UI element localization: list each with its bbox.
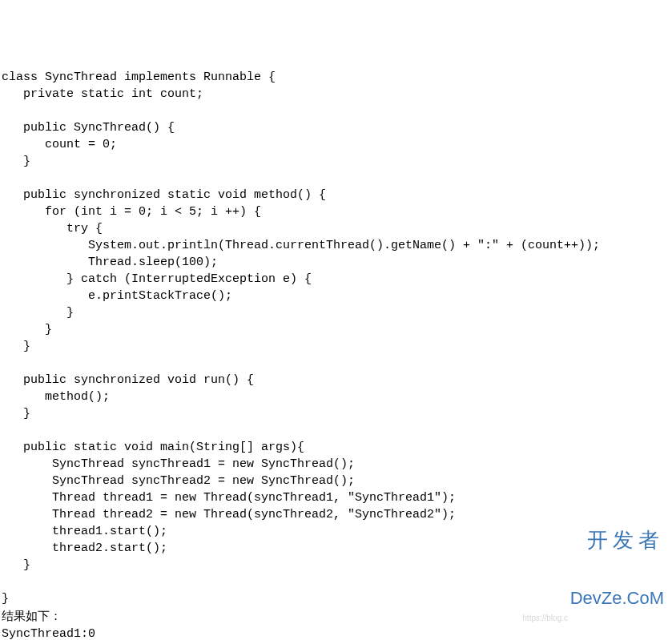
code-line: }: [2, 407, 30, 421]
code-line: SyncThread syncThread1 = new SyncThread(…: [2, 457, 355, 471]
code-line: }: [2, 592, 9, 606]
code-line: } catch (InterruptedException e) {: [2, 272, 312, 286]
code-line: e.printStackTrace();: [2, 289, 232, 303]
code-line: class SyncThread implements Runnable {: [2, 70, 276, 84]
code-line: SyncThread syncThread2 = new SyncThread(…: [2, 474, 355, 488]
code-block: class SyncThread implements Runnable { p…: [2, 69, 670, 640]
code-line: thread1.start();: [2, 525, 167, 538]
code-line: count = 0;: [2, 138, 117, 151]
code-line: public synchronized void run() {: [2, 373, 254, 387]
code-line: private static int count;: [2, 87, 203, 101]
code-line: Thread thread1 = new Thread(syncThread1,…: [2, 491, 456, 505]
code-line: }: [2, 306, 74, 320]
code-line: }: [2, 558, 30, 572]
code-line: public SyncThread() {: [2, 121, 175, 135]
code-line: for (int i = 0; i < 5; i ++) {: [2, 205, 261, 219]
code-line: System.out.println(Thread.currentThread(…: [2, 239, 600, 252]
code-line: Thread thread2 = new Thread(syncThread2,…: [2, 508, 456, 521]
code-line: public static void main(String[] args){: [2, 441, 304, 454]
code-line: }: [2, 155, 30, 168]
code-line: thread2.start();: [2, 541, 167, 555]
code-line: try {: [2, 222, 103, 235]
output-line: SyncThread1:0: [2, 627, 95, 640]
code-line: }: [2, 340, 30, 353]
code-line: public synchronized static void method()…: [2, 188, 326, 202]
code-line: }: [2, 323, 52, 336]
result-label: 结果如下：: [2, 609, 62, 622]
code-line: Thread.sleep(100);: [2, 256, 218, 269]
code-line: method();: [2, 390, 110, 404]
